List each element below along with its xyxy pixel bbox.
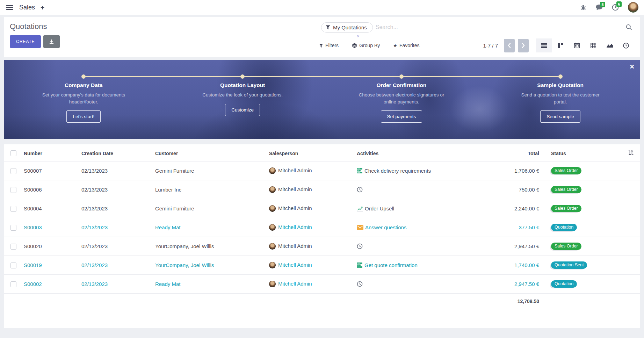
envelope-icon <box>357 225 363 230</box>
row-checkbox[interactable] <box>10 281 16 287</box>
status-badge: Sales Order <box>551 205 581 212</box>
status-badge: Sales Order <box>551 167 581 174</box>
app-window: Sales + 5 6 Quotations CREATE <box>0 0 644 338</box>
column-header-total[interactable]: Total <box>482 144 541 161</box>
salesperson-avatar <box>269 205 276 212</box>
creation-date: 02/13/2023 <box>80 275 154 294</box>
pager-range: 1-7 / 7 <box>483 43 498 49</box>
table-row[interactable]: S00020 02/13/2023 YourCompany, Joel Will… <box>4 237 640 256</box>
sliders-icon <box>628 150 634 156</box>
optional-columns-button[interactable] <box>622 144 640 161</box>
calendar-view-button[interactable] <box>569 38 585 52</box>
activity-label: Order Upsell <box>365 206 394 211</box>
funnel-icon <box>326 25 330 30</box>
view-switcher <box>536 38 634 52</box>
clock-icon <box>357 187 363 193</box>
magnifier-icon[interactable] <box>626 24 633 30</box>
list-view-button[interactable] <box>536 38 552 52</box>
user-avatar[interactable] <box>628 2 638 13</box>
kanban-view-button[interactable] <box>552 38 569 52</box>
status-badge: Quotation <box>551 280 577 288</box>
salesperson: Mitchell Admin <box>268 199 355 218</box>
search-facet-my-quotations[interactable]: My Quotations <box>321 22 373 33</box>
row-checkbox[interactable] <box>10 187 16 193</box>
group-by-button[interactable]: Group By <box>352 41 380 50</box>
tasks-icon <box>357 168 363 173</box>
layers-icon <box>352 43 357 48</box>
search-input[interactable] <box>373 22 626 33</box>
step-title: Sample Quotation <box>481 82 640 88</box>
customer: Ready Mat <box>154 275 268 294</box>
column-header-creation-date[interactable]: Creation Date <box>80 144 154 161</box>
total-amount: 750.00 € <box>482 180 541 199</box>
messages-icon[interactable]: 5 <box>595 4 603 10</box>
star-icon: ★ <box>393 43 397 48</box>
quotation-number: S00003 <box>22 218 80 237</box>
table-row[interactable]: S00002 02/13/2023 Ready Mat Mitchell Adm… <box>4 275 640 294</box>
table-row[interactable]: S00019 02/13/2023 YourCompany, Joel Will… <box>4 256 640 275</box>
messages-count-badge: 5 <box>600 2 605 7</box>
graph-view-button[interactable] <box>601 38 618 52</box>
status-badge: Quotation Sent <box>551 261 587 269</box>
pivot-view-button[interactable] <box>585 38 601 52</box>
pivot-view-icon <box>591 43 596 48</box>
list-view-icon <box>541 43 547 48</box>
export-button[interactable] <box>43 35 60 48</box>
pager-previous-button[interactable] <box>504 39 515 52</box>
facet-remove-icon[interactable]: × <box>357 34 360 38</box>
row-checkbox[interactable] <box>10 206 16 212</box>
salesperson-avatar <box>269 243 276 250</box>
activities-clock-icon[interactable]: 6 <box>612 4 619 11</box>
set-payments-button[interactable]: Set payments <box>381 110 422 123</box>
row-checkbox[interactable] <box>10 244 16 250</box>
plus-icon[interactable]: + <box>41 4 44 11</box>
bug-icon[interactable] <box>580 4 586 10</box>
salesperson-avatar <box>269 281 276 287</box>
send-sample-button[interactable]: Send sample <box>540 110 580 123</box>
search-bar: My Quotations × <box>319 21 634 36</box>
table-row[interactable]: S00003 02/13/2023 Ready Mat Mitchell Adm… <box>4 218 640 237</box>
salesperson: Mitchell Admin <box>268 161 355 180</box>
row-checkbox[interactable] <box>10 168 16 174</box>
table-row[interactable]: S00004 02/13/2023 Gemini Furniture Mitch… <box>4 199 640 218</box>
row-checkbox[interactable] <box>10 263 16 268</box>
table-row[interactable]: S00007 02/13/2023 Gemini Furniture Mitch… <box>4 161 640 180</box>
search-options-row: Filters Group By ★ Favorites 1-7 / 7 <box>319 38 634 52</box>
lets-start-button[interactable]: Let's start! <box>66 110 101 123</box>
status-badge: Quotation <box>551 224 577 231</box>
tasks-icon <box>357 263 363 268</box>
funnel-icon <box>319 43 323 48</box>
onboarding-step-company-data: Company Data Set your company's data for… <box>4 82 163 123</box>
select-all-checkbox[interactable] <box>10 150 16 156</box>
column-header-status[interactable]: Status <box>541 144 622 161</box>
create-button[interactable]: CREATE <box>10 35 41 48</box>
customer: Ready Mat <box>154 218 268 237</box>
column-header-salesperson[interactable]: Salesperson <box>268 144 355 161</box>
quotations-list: Number Creation Date Customer Salesperso… <box>4 144 640 328</box>
calendar-view-icon <box>574 43 580 48</box>
table-row[interactable]: S00006 02/13/2023 Lumber Inc Mitchell Ad… <box>4 180 640 199</box>
customer: Lumber Inc <box>154 180 268 199</box>
column-header-activities[interactable]: Activities <box>355 144 482 161</box>
quotation-number: S00007 <box>22 161 80 180</box>
quotation-number: S00006 <box>22 180 80 199</box>
customize-button[interactable]: Customize <box>225 104 260 116</box>
column-header-number[interactable]: Number <box>22 144 80 161</box>
pager-next-button[interactable] <box>518 39 529 52</box>
facet-label: My Quotations <box>333 24 367 30</box>
step-description: Customize the look of your quotations. <box>198 92 287 99</box>
table-header-row: Number Creation Date Customer Salesperso… <box>4 144 640 161</box>
favorites-button[interactable]: ★ Favorites <box>393 41 419 50</box>
creation-date: 02/13/2023 <box>80 256 154 275</box>
row-checkbox[interactable] <box>10 225 16 231</box>
app-name[interactable]: Sales <box>19 4 35 11</box>
pager: 1-7 / 7 <box>483 39 529 52</box>
onboarding-step-sample-quotation: Sample Quotation Send a quotation to tes… <box>481 82 640 123</box>
column-header-customer[interactable]: Customer <box>154 144 268 161</box>
menu-icon[interactable] <box>6 3 14 12</box>
filters-button[interactable]: Filters <box>319 41 339 50</box>
activity-view-button[interactable] <box>618 38 634 52</box>
creation-date: 02/13/2023 <box>80 218 154 237</box>
total-amount: 377.50 € <box>482 218 541 237</box>
creation-date: 02/13/2023 <box>80 237 154 256</box>
